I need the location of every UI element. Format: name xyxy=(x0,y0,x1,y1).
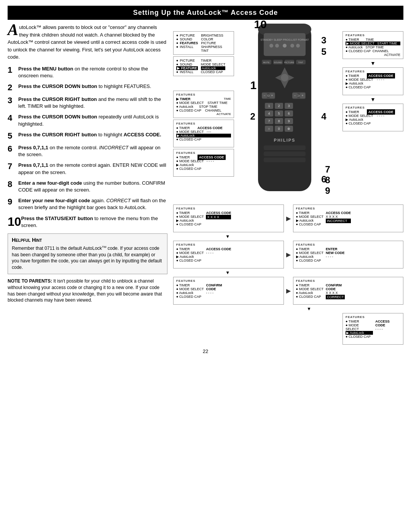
arrow-8: ▶ xyxy=(286,204,291,232)
panel-10-left: FEATURES ● TIMER ● MODE SELECT ● AutoLoc… xyxy=(173,277,284,305)
svg-text:6: 6 xyxy=(288,112,290,115)
panel-10-right: FEATURES ● TIMER ● MODE SELECT ● AutoLoc… xyxy=(293,277,404,305)
left-column: A utoLock™ allows parents to block out o… xyxy=(8,24,167,345)
panel-8-left: FEATURES ● TIMER ● MODE SELECT ▶ AutoLoc… xyxy=(173,204,284,232)
panel-step4: FEATURES ● TIMER ACCESS CODE ● MODE SELE… xyxy=(342,67,403,95)
step-2-number: 2 xyxy=(8,83,18,92)
menu-panel-access-dashes: FEATURES ● TIMER ACCESS CODE ● MODE SELE… xyxy=(173,149,234,177)
step-6: 6 Press 0,7,1,1 on the remote control. I… xyxy=(8,144,167,158)
panel-9-left: FEATURES ● TIMER ● MODE SELECT ▶ AutoLoc… xyxy=(173,241,284,268)
step-9: 9 Enter your new four-digit code again. … xyxy=(8,197,167,211)
intro-paragraph: A utoLock™ allows parents to block out o… xyxy=(8,24,167,61)
step-5-text: Press the CURSOR RIGHT button to highlig… xyxy=(18,131,161,138)
page-header: Setting Up the AutoLock™ Access Code xyxy=(8,6,403,20)
step-1-text: Press the MENU button on the remote cont… xyxy=(18,66,167,79)
hint-title: Helpful Hint xyxy=(12,237,163,243)
intro-text: utoLock™ allows parents to block out or … xyxy=(8,24,166,60)
svg-text:0: 0 xyxy=(278,127,280,131)
step-1-number: 1 xyxy=(8,66,18,75)
svg-text:○: ○ xyxy=(268,127,270,131)
hint-text: Remember that 0711 is the default AutoLo… xyxy=(12,245,163,271)
steps-list: 1 Press the MENU button on the remote co… xyxy=(8,66,167,229)
svg-text:SOUND: SOUND xyxy=(274,61,282,64)
remote-control-area: 10 3 5 1 2 4 6 789 xyxy=(236,24,340,200)
drop-cap: A xyxy=(8,24,18,37)
svg-rect-61 xyxy=(264,158,306,162)
step-9-text: Enter your new four-digit code again. CO… xyxy=(18,197,167,211)
svg-text:MUTE: MUTE xyxy=(263,61,269,64)
svg-text:+: + xyxy=(301,94,303,97)
svg-text:⊕: ⊕ xyxy=(287,127,290,131)
svg-text:−: − xyxy=(294,94,296,97)
svg-text:PICTURE: PICTURE xyxy=(284,61,294,64)
helpful-hint-box: Helpful Hint Remember that 0711 is the d… xyxy=(8,233,167,274)
svg-text:+: + xyxy=(271,94,273,97)
step-7-number: 7 xyxy=(8,162,18,171)
step-5: 5 Press the CURSOR RIGHT button to highl… xyxy=(8,131,167,141)
svg-text:TINT: TINT xyxy=(298,61,303,64)
svg-text:STANDBY SLEEP PROG.LIST FORMAT: STANDBY SLEEP PROG.LIST FORMAT xyxy=(260,38,309,41)
step-3-text: Press the CURSOR RIGHT button and the me… xyxy=(18,96,167,110)
step-4-text: Press the CURSOR DOWN button repeatedly … xyxy=(18,113,167,127)
page-title: Setting Up the AutoLock™ Access Code xyxy=(133,9,278,16)
left-menu-panels: ●PICTURE ●SOUND ●FEATURES ●INSTALL BRIGH… xyxy=(173,31,234,200)
step-10: 10 Press the STATUS/EXIT button to remov… xyxy=(8,215,167,229)
step-1: 1 Press the MENU button on the remote co… xyxy=(8,66,167,79)
svg-point-6 xyxy=(283,44,287,48)
note-to-parents: NOTE TO PARENTS: It isn't possible for y… xyxy=(8,278,167,304)
svg-point-5 xyxy=(275,44,279,48)
step-7-text: Press 0,7,1,1 on the remote control agai… xyxy=(18,162,167,176)
step-3-number: 3 xyxy=(8,96,18,105)
svg-rect-59 xyxy=(264,145,306,150)
svg-point-21 xyxy=(281,74,288,81)
svg-text:8: 8 xyxy=(278,119,280,123)
svg-text:7: 7 xyxy=(268,119,270,123)
step-6-text: Press 0,7,1,1 on the remote control. INC… xyxy=(18,144,167,158)
remote-svg: STANDBY SLEEP PROG.LIST FORMAT MUTE SOUN… xyxy=(250,24,319,199)
step-10-number: 10 xyxy=(8,215,21,228)
menu-panel-main: ●PICTURE ●SOUND ●FEATURES ●INSTALL BRIGH… xyxy=(173,31,234,55)
step-8-number: 8 xyxy=(8,180,18,189)
panel-step3: FEATURES ● TIMER TIME ▶ MODE SELECT STAR… xyxy=(342,31,403,59)
step-3: 3 Press the CURSOR RIGHT button and the … xyxy=(8,96,167,110)
step-5-number: 5 xyxy=(8,131,18,141)
step-6-number: 6 xyxy=(8,144,18,153)
svg-point-8 xyxy=(296,44,300,48)
right-column: ●PICTURE ●SOUND ●FEATURES ●INSTALL BRIGH… xyxy=(173,24,403,345)
svg-text:2: 2 xyxy=(278,104,280,108)
svg-text:1: 1 xyxy=(268,104,270,108)
step-9-number: 9 xyxy=(8,197,18,206)
svg-text:3: 3 xyxy=(288,104,290,108)
step-2: 2 Press the CURSOR DOWN button to highli… xyxy=(8,83,167,92)
panel-final: FEATURES ● TIMER ● MODE SELECT ▶ AutoLoc… xyxy=(342,313,403,345)
arrow-9: ▶ xyxy=(286,241,291,268)
svg-point-7 xyxy=(290,44,294,48)
step-8: 8 Enter a new four-digit code using the … xyxy=(8,180,167,193)
step-10-text: Press the STATUS/EXIT button to remove t… xyxy=(21,215,167,229)
svg-text:PHILIPS: PHILIPS xyxy=(274,138,295,142)
svg-text:4: 4 xyxy=(268,112,270,115)
svg-text:−: − xyxy=(263,94,265,97)
step-2-text: Press the CURSOR DOWN button to highligh… xyxy=(18,83,151,90)
menu-panel-autolock: FEATURES ● TIMER ACCESS CODE ● MODE SELE… xyxy=(173,120,234,147)
step-7: 7 Press 0,7,1,1 on the remote control ag… xyxy=(8,162,167,176)
panel-9-right: FEATURES ● TIMER ● MODE SELECT ▶ AutoLoc… xyxy=(293,241,404,268)
svg-text:5: 5 xyxy=(278,112,280,115)
svg-text:9: 9 xyxy=(288,119,290,123)
right-panels-col: FEATURES ● TIMER TIME ▶ MODE SELECT STAR… xyxy=(342,31,403,200)
panel-8-right: FEATURES ● TIMER ● MODE SELECT ▶ AutoLoc… xyxy=(293,204,404,232)
page-number: 22 xyxy=(0,348,411,354)
step-8-text: Enter a new four-digit code using the nu… xyxy=(18,180,167,193)
step-4: 4 Press the CURSOR DOWN button repeatedl… xyxy=(8,113,167,127)
arrow-10: ▶ xyxy=(286,277,291,305)
panel-step6: FEATURES ● TIMER ACCESS CODE ● MODE SELE… xyxy=(342,104,403,131)
menu-panel-feature: ●PICTURE ●SOUND ▶FEATURE ●INSTALL TIMER … xyxy=(173,56,234,76)
step-4-number: 4 xyxy=(8,113,18,123)
svg-rect-60 xyxy=(264,152,306,156)
menu-panel-timer: FEATURES ▶ TIMERTIME ● MODE SELECT START… xyxy=(173,91,234,118)
svg-point-4 xyxy=(269,44,273,48)
